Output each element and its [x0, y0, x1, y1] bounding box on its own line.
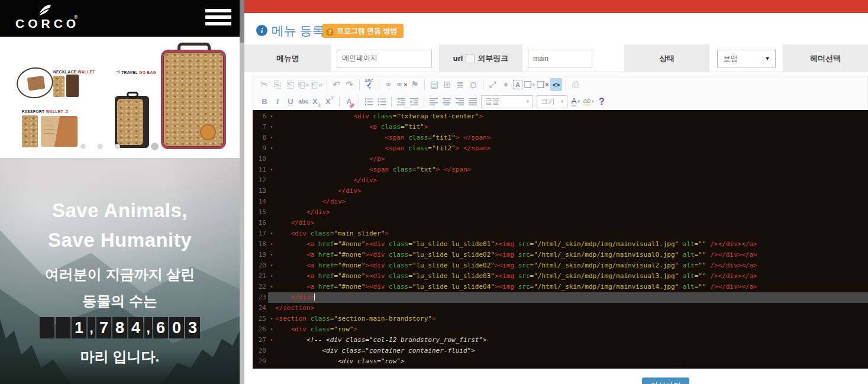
spellcheck-icon[interactable]: ABC✓▾ — [363, 78, 375, 91]
font-size-dropdown[interactable]: 크기▾ — [537, 95, 567, 108]
line-number: 9 — [253, 143, 268, 154]
slider-dot[interactable] — [98, 144, 103, 149]
code-line[interactable]: 6▾ <div class="txtwrap text-center"> — [253, 111, 868, 122]
copy-icon[interactable]: ⎘ — [272, 78, 283, 91]
fold-icon[interactable]: ▾ — [268, 122, 275, 133]
fold-icon[interactable]: ▾ — [268, 250, 275, 260]
fold-icon[interactable]: ▾ — [268, 239, 275, 250]
code-line[interactable]: 27▾ <!-- <div class="col-12 brandstory_r… — [253, 335, 868, 346]
code-line[interactable]: 8▾ <span class="tit1"> </span> — [253, 133, 868, 143]
menu-icon[interactable] — [205, 9, 231, 28]
preview-scrollbar[interactable] — [240, 0, 244, 384]
anchor-flag-icon[interactable]: ⚑ — [409, 78, 421, 91]
code-line[interactable]: 21▾ <a href="#none"><div class="lu_slide… — [253, 271, 868, 282]
code-line[interactable]: 14 </div> — [253, 196, 868, 207]
code-line[interactable]: 13 </div> — [253, 186, 868, 196]
fold-icon[interactable]: ▾ — [268, 143, 275, 154]
find-replace-icon[interactable]: ⌖ — [500, 78, 512, 91]
outdent-icon[interactable] — [395, 95, 407, 108]
paste-word-icon[interactable]: ⎗W — [311, 78, 323, 91]
text-color-icon[interactable]: A▾ — [570, 95, 582, 108]
paste-icon[interactable]: ⎗ — [285, 78, 296, 91]
fold-icon[interactable]: ▾ — [268, 111, 275, 122]
source-code-area[interactable]: 6▾ <div class="txtwrap text-center">7▾ <… — [253, 110, 868, 369]
help-icon[interactable]: ? — [596, 95, 608, 108]
link-icon[interactable]: ⚭ — [383, 78, 395, 91]
code-line[interactable]: 19▾ <a href="#none"><div class="lu_slide… — [253, 250, 868, 260]
print-icon[interactable]: ⎙ — [570, 78, 582, 91]
ordered-list-icon[interactable] — [363, 95, 375, 108]
program-link-help-button[interactable]: ?프로그램 연동 방법 — [322, 24, 404, 38]
code-line[interactable]: 17▾ <div class="main_slider"> — [253, 228, 868, 239]
horizontal-line-icon[interactable]: ≣ — [454, 78, 466, 91]
image-icon[interactable]: ▤ — [428, 78, 440, 91]
code-line[interactable]: 26▾ <div class="row"> — [253, 324, 868, 335]
slider-dot[interactable] — [115, 144, 120, 149]
undo-icon[interactable]: ↶ — [331, 78, 343, 91]
status-select[interactable]: 보임 ▼ — [717, 50, 776, 67]
fold-icon[interactable]: ▾ — [268, 282, 275, 292]
strike-icon[interactable]: abc — [298, 95, 309, 108]
code-line[interactable]: 15 </div> — [253, 207, 868, 218]
fold-spacer — [268, 367, 275, 369]
code-line[interactable]: 25▾<section class="section-main-brandsto… — [253, 314, 868, 324]
code-line[interactable]: 30 <div class="col-12 brandstory_row_ite… — [253, 367, 868, 369]
scrollbar-thumb[interactable] — [240, 0, 244, 43]
code-line[interactable]: 10 </p> — [253, 154, 868, 164]
bg-color-icon[interactable]: ab▾ — [583, 95, 595, 108]
code-line[interactable]: 7▾ <p class="tit"> — [253, 122, 868, 133]
fold-icon[interactable]: ▾ — [268, 228, 275, 239]
slider-dot-active[interactable] — [151, 143, 159, 150]
code-line[interactable]: 24</section> — [253, 303, 868, 314]
select-all-icon[interactable]: A — [513, 80, 522, 89]
indent-icon[interactable] — [408, 95, 420, 108]
code-line[interactable]: 11▾ <span class="txt"> </span> — [253, 164, 868, 175]
code-line[interactable]: 20▾ <a href="#none"><div class="lu_slide… — [253, 260, 868, 271]
code-line[interactable]: 29 <div class="row"> — [253, 356, 868, 367]
code-line[interactable]: 18▾ <a href="#none"><div class="lu_slide… — [253, 239, 868, 250]
superscript-icon[interactable]: X2 — [324, 95, 335, 108]
code-line[interactable]: 9▾ <span class="tit2"> </span> — [253, 143, 868, 154]
redo-icon[interactable]: ↷ — [344, 78, 356, 91]
fold-icon[interactable]: ▾ — [268, 271, 275, 282]
url-input[interactable] — [528, 50, 592, 67]
fold-icon[interactable]: ▾ — [268, 164, 275, 175]
maximize-icon[interactable]: ⤢ — [487, 78, 499, 91]
code-line[interactable]: 22▾ <a href="#none"><div class="lu_slide… — [253, 282, 868, 292]
code-line[interactable]: 16 </div> — [253, 218, 868, 228]
remove-comment-icon[interactable]: ❏✕ — [537, 78, 549, 91]
align-left-icon[interactable] — [428, 95, 440, 108]
unordered-list-icon[interactable] — [376, 95, 388, 108]
external-link-checkbox[interactable] — [466, 54, 475, 63]
align-center-icon[interactable] — [441, 95, 453, 108]
fold-icon[interactable]: ▾ — [268, 324, 275, 335]
fold-icon[interactable]: ▾ — [268, 133, 275, 143]
subscript-icon[interactable]: X2 — [311, 95, 322, 108]
align-justify-icon[interactable] — [467, 95, 479, 108]
unlink-icon[interactable]: ⚭✕ — [396, 78, 408, 91]
slider-dot[interactable] — [80, 144, 86, 149]
hero-counter-suffix: 마리 입니다. — [0, 347, 240, 366]
fold-icon[interactable]: ▾ — [268, 335, 275, 346]
table-icon[interactable]: ⊞ — [441, 78, 453, 91]
submit-button[interactable]: 작성하기 — [642, 377, 689, 384]
fold-icon[interactable]: ▾ — [268, 314, 275, 324]
corco-logo[interactable]: CORCO ® — [15, 4, 75, 34]
chevron-down-icon: ▾ — [527, 99, 529, 104]
underline-icon[interactable]: U — [285, 95, 296, 108]
add-comment-icon[interactable]: ❏+ — [524, 78, 535, 91]
font-family-dropdown[interactable]: 글꼴▾ — [481, 95, 533, 108]
fold-icon[interactable]: ▾ — [268, 260, 275, 271]
code-line[interactable]: 28 <div class="container container-fluid… — [253, 346, 868, 356]
cut-icon[interactable]: ✂ — [259, 78, 270, 91]
source-button[interactable]: <> — [550, 78, 562, 91]
italic-icon[interactable]: I — [272, 95, 283, 108]
align-right-icon[interactable] — [454, 95, 466, 108]
bold-icon[interactable]: B — [259, 95, 270, 108]
code-line[interactable]: 12 </div> — [253, 175, 868, 186]
code-line[interactable]: 23 </div> — [253, 292, 868, 303]
remove-format-icon[interactable]: A — [343, 95, 355, 108]
special-char-icon[interactable]: Ω — [467, 78, 479, 91]
paste-text-icon[interactable]: ⎗A — [298, 78, 309, 91]
menu-name-input[interactable] — [337, 50, 432, 67]
